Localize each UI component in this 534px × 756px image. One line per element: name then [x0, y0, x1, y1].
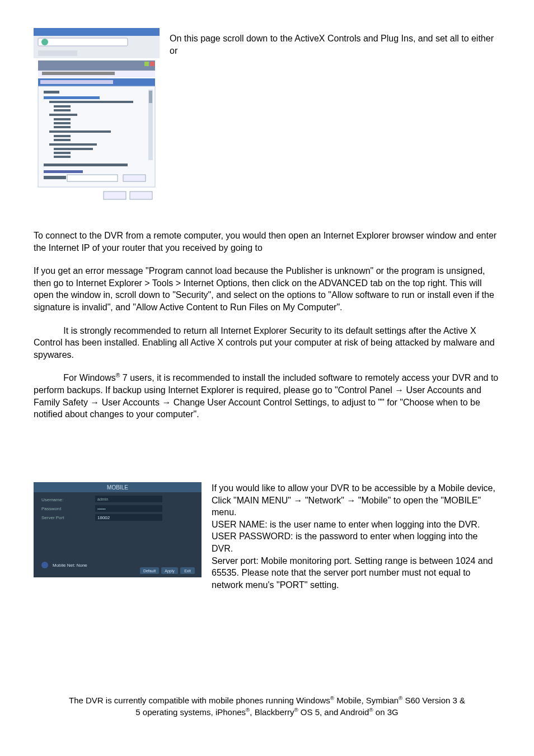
svg-rect-13 [44, 91, 59, 94]
svg-rect-7 [150, 62, 154, 66]
svg-text:Exit: Exit [184, 569, 191, 573]
intro-text: On this page scroll down to the ActiveX … [170, 32, 500, 57]
svg-rect-21 [54, 126, 71, 128]
footer-compat: The DVR is currently compatible with mob… [67, 694, 467, 718]
svg-rect-15 [49, 101, 133, 103]
svg-rect-26 [54, 148, 93, 150]
svg-rect-35 [123, 175, 146, 181]
svg-point-3 [41, 39, 48, 45]
error-paragraph: If you get an error message "Program can… [34, 265, 500, 313]
svg-rect-4 [38, 50, 77, 56]
svg-rect-30 [149, 91, 152, 103]
mobile-username: USER NAME: is the user name to enter whe… [212, 519, 500, 531]
mobile-menu-screenshot: MOBILE Username: admin Password •••••• S… [34, 482, 202, 577]
windows7-paragraph: For Windows® 7 users, it is recommended … [34, 372, 500, 421]
svg-rect-17 [54, 109, 71, 111]
svg-rect-27 [54, 152, 71, 154]
svg-rect-0 [34, 28, 160, 36]
svg-rect-16 [54, 105, 71, 108]
svg-rect-31 [44, 164, 128, 166]
svg-rect-11 [40, 80, 113, 84]
svg-rect-37 [130, 192, 152, 199]
svg-text:Mobile Net: None: Mobile Net: None [53, 563, 87, 568]
svg-text:Apply: Apply [165, 569, 175, 573]
svg-text:Password: Password [41, 506, 61, 511]
svg-rect-6 [144, 62, 149, 66]
svg-text:Server Port: Server Port [41, 515, 64, 520]
svg-rect-5 [38, 60, 155, 71]
svg-text:Default: Default [143, 569, 156, 573]
svg-rect-33 [44, 176, 66, 179]
svg-rect-23 [54, 135, 71, 137]
svg-rect-34 [67, 175, 118, 181]
svg-text:18002: 18002 [97, 515, 110, 520]
svg-text:MOBILE: MOBILE [107, 484, 128, 491]
svg-text:••••••: •••••• [97, 507, 106, 511]
svg-rect-18 [49, 114, 77, 116]
security-recommend: It is strongly recommended to return all… [34, 325, 500, 361]
svg-rect-28 [54, 156, 71, 158]
svg-rect-36 [104, 192, 126, 199]
svg-rect-14 [44, 96, 100, 99]
svg-rect-2 [38, 38, 128, 46]
mobile-password: USER PASSWORD: is the password to enter … [212, 530, 500, 554]
mobile-serverport: Server port: Mobile monitoring port. Set… [212, 555, 500, 591]
connect-paragraph: To connect to the DVR from a remote comp… [34, 230, 500, 254]
svg-text:admin: admin [97, 497, 108, 501]
security-dialog-screenshot [34, 28, 160, 207]
mobile-intro: If you would like to allow your DVR to b… [212, 482, 500, 519]
svg-rect-25 [49, 143, 97, 146]
svg-text:Username:: Username: [41, 497, 63, 502]
svg-rect-24 [54, 139, 71, 141]
svg-rect-9 [42, 72, 115, 75]
svg-rect-32 [44, 170, 83, 173]
svg-point-50 [41, 562, 48, 568]
svg-rect-22 [49, 130, 111, 133]
svg-rect-19 [54, 118, 71, 120]
svg-rect-20 [54, 122, 71, 124]
